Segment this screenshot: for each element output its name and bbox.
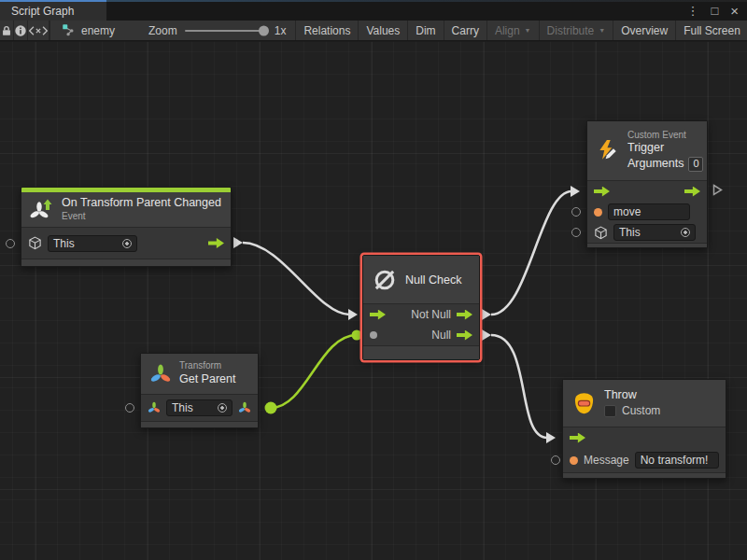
flow-output-arrow-icon[interactable] [457,330,472,341]
flow-output-port-event[interactable] [233,237,243,248]
full-screen-button[interactable]: Full Screen [676,21,747,40]
flow-output-port-null[interactable] [482,329,491,341]
flow-output-arrow-icon[interactable] [457,310,472,320]
null-check-icon [372,267,398,293]
toolbar-right-group: Relations Values Dim Carry Align▼ Distri… [295,21,747,40]
maximize-icon[interactable]: □ [711,5,718,17]
object-picker-icon[interactable] [681,228,690,237]
zoom-slider[interactable] [185,30,267,32]
value-input-port[interactable] [571,228,581,237]
message-port-row: Message No transform! [563,448,726,472]
throw-error-icon [571,391,597,416]
node-category: Custom Event [627,130,703,142]
node-header: Transform Get Parent [141,354,258,395]
flow-input-arrow-icon[interactable] [570,433,585,443]
graph-breadcrumb[interactable]: enemy [50,21,124,40]
target-port-row: This [587,222,707,243]
node-on-transform-parent-changed[interactable]: On Transform Parent Changed Event This [21,187,232,267]
menu-kebab-icon[interactable]: ⋮ [686,5,698,17]
tab-script-graph[interactable]: Script Graph [0,0,106,21]
info-icon [14,24,27,37]
graph-canvas[interactable]: On Transform Parent Changed Event This N… [0,42,747,560]
carry-button[interactable]: Carry [444,21,487,40]
wire-null-to-throw[interactable] [491,335,547,438]
node-footer [587,243,707,247]
wire-notnull-to-trigger[interactable] [491,191,571,315]
transform-type-icon [148,401,161,414]
wire-getparent-to-nullcheck[interactable] [271,335,357,408]
graph-icon [62,23,76,37]
wire-end-dot-icon [352,330,362,341]
tab-title: Script Graph [11,5,74,18]
string-value-dot-icon[interactable] [570,456,578,465]
values-button[interactable]: Values [359,21,408,40]
align-dropdown[interactable]: Align▼ [487,21,540,40]
graph-toolbar: enemy Zoom 1x Relations Values Dim Carry… [0,21,747,41]
info-button[interactable] [14,21,28,40]
value-input-port[interactable] [125,403,134,413]
custom-checkbox[interactable] [604,405,616,417]
node-get-parent[interactable]: Transform Get Parent This [140,353,259,428]
wire-event-to-nullcheck[interactable] [243,243,349,315]
custom-checkbox-label: Custom [622,404,660,418]
value-input-dot-icon[interactable] [370,331,377,339]
flow-output-arrow-icon[interactable] [684,187,700,197]
relations-button[interactable]: Relations [296,21,359,40]
flow-output-port[interactable] [712,183,723,200]
node-header: Throw Custom [563,380,726,427]
node-null-check[interactable]: Null Check Not Null Null [362,255,480,360]
target-field[interactable]: This [613,224,696,241]
flow-output-arrow-icon[interactable] [208,238,224,248]
chevron-down-icon: ▼ [525,27,531,34]
target-field[interactable]: This [166,399,233,416]
value-input-port[interactable] [551,455,560,465]
chevron-down-icon: ▼ [599,27,605,34]
node-throw[interactable]: Throw Custom Message No transform! [562,379,726,479]
node-header: Null Check [363,256,479,304]
close-icon[interactable]: × [730,4,739,18]
flow-port-row [587,181,707,202]
custom-event-bolt-pencil-icon [596,139,620,163]
window-tab-strip: Script Graph ⋮ □ × [0,0,747,21]
string-value-dot-icon[interactable] [594,208,602,217]
node-footer [563,472,726,478]
node-title: Trigger [627,141,703,156]
node-header: On Transform Parent Changed Event [21,192,231,228]
value-output-port-getparent[interactable] [265,402,277,414]
message-field[interactable]: No transform! [635,452,719,469]
wire-arrowhead-icon [546,432,556,443]
event-name-field[interactable]: move [608,203,690,220]
zoom-control: Zoom 1x [124,21,295,40]
distribute-dropdown[interactable]: Distribute▼ [540,21,614,40]
flow-input-arrow-icon[interactable] [370,310,386,320]
node-title: On Transform Parent Changed [62,196,221,211]
value-input-port[interactable] [571,207,581,217]
value-input-port[interactable] [6,239,15,248]
message-label: Message [584,454,629,467]
node-footer [141,421,258,427]
node-custom-event-trigger[interactable]: Custom Event Trigger Arguments 0 move [586,120,708,248]
object-picker-icon[interactable] [122,239,132,248]
wire-arrowhead-icon [571,186,580,197]
dim-button[interactable]: Dim [408,21,444,40]
lock-button[interactable] [0,21,14,40]
overview-button[interactable]: Overview [613,21,676,40]
flow-input-arrow-icon[interactable] [594,187,610,197]
gameobject-cube-icon [28,236,42,250]
node-category: Transform [179,360,235,372]
code-view-button[interactable] [28,21,49,40]
port-label: Null [431,329,451,342]
node-header: Custom Event Trigger Arguments 0 [587,121,707,181]
arguments-count-field[interactable]: 0 [688,157,703,172]
target-field[interactable]: This [48,235,137,252]
event-name-row: move [587,202,707,222]
flow-port-row [563,427,726,448]
node-title: Get Parent [179,372,235,387]
flow-output-port-notnull[interactable] [482,309,491,320]
zoom-slider-handle[interactable] [259,25,269,35]
arguments-label: Arguments [627,157,684,172]
target-port-row: This [21,228,231,259]
gameobject-cube-icon [594,226,608,240]
zoom-label: Zoom [148,24,177,37]
object-picker-icon[interactable] [218,403,227,413]
